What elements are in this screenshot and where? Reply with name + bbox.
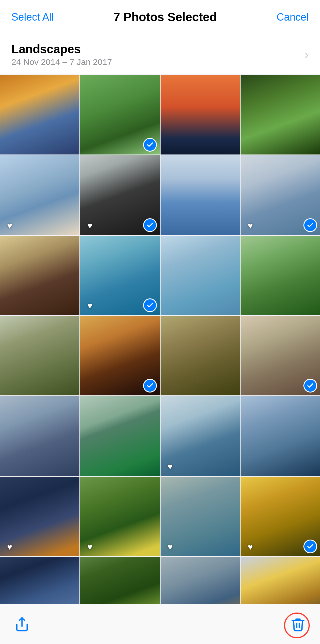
heart-icon: ♥ bbox=[165, 541, 176, 553]
heart-icon: ♥ bbox=[84, 300, 96, 312]
photo-cell-15[interactable] bbox=[161, 316, 240, 395]
trash-button[interactable] bbox=[290, 617, 306, 632]
photo-cell-19[interactable]: ♥ bbox=[161, 396, 240, 476]
album-info-bar: Landscapes 24 Nov 2014 – 7 Jan 2017 › bbox=[0, 34, 320, 74]
album-chevron-icon[interactable]: › bbox=[305, 48, 309, 61]
photo-cell-13[interactable] bbox=[0, 316, 79, 395]
selected-check-badge bbox=[303, 218, 317, 232]
photo-cell-4[interactable] bbox=[241, 75, 320, 154]
bottom-toolbar bbox=[0, 604, 320, 644]
heart-icon: ♥ bbox=[84, 220, 96, 231]
photo-grid: ♥♥♥♥♥♥♥♥♥ bbox=[0, 74, 320, 637]
photo-cell-21[interactable]: ♥ bbox=[0, 477, 79, 556]
photo-cell-9[interactable] bbox=[0, 236, 79, 315]
photo-cell-10[interactable]: ♥ bbox=[80, 236, 160, 315]
photo-cell-1[interactable] bbox=[0, 75, 79, 154]
photo-cell-14[interactable] bbox=[80, 316, 160, 395]
photo-selection-header: Select All 7 Photos Selected Cancel bbox=[0, 0, 320, 34]
cancel-button[interactable]: Cancel bbox=[277, 11, 309, 23]
photo-cell-5[interactable]: ♥ bbox=[0, 155, 79, 235]
photo-cell-6[interactable]: ♥ bbox=[80, 155, 160, 235]
photo-cell-8[interactable]: ♥ bbox=[241, 155, 320, 235]
selected-check-badge bbox=[143, 218, 157, 232]
heart-icon: ♥ bbox=[165, 461, 176, 472]
selected-check-badge bbox=[303, 540, 317, 553]
selected-check-badge bbox=[143, 298, 157, 312]
share-button[interactable] bbox=[14, 617, 30, 632]
photo-cell-7[interactable] bbox=[161, 155, 240, 235]
photo-cell-18[interactable] bbox=[80, 396, 160, 476]
selected-check-badge bbox=[143, 138, 157, 152]
heart-icon: ♥ bbox=[245, 541, 256, 553]
heart-icon: ♥ bbox=[4, 220, 15, 231]
selection-count-title: 7 Photos Selected bbox=[54, 10, 277, 24]
photo-cell-11[interactable] bbox=[161, 236, 240, 315]
selected-check-badge bbox=[143, 379, 157, 393]
photo-cell-24[interactable]: ♥ bbox=[241, 477, 320, 556]
photo-cell-3[interactable] bbox=[161, 75, 240, 154]
heart-icon: ♥ bbox=[84, 541, 96, 553]
heart-icon: ♥ bbox=[245, 220, 256, 231]
selected-check-badge bbox=[303, 379, 317, 393]
photo-cell-16[interactable] bbox=[241, 316, 320, 395]
photo-cell-20[interactable] bbox=[241, 396, 320, 476]
album-dates: 24 Nov 2014 – 7 Jan 2017 bbox=[11, 57, 112, 67]
photo-cell-22[interactable]: ♥ bbox=[80, 477, 160, 556]
select-all-button[interactable]: Select All bbox=[11, 11, 54, 23]
album-title: Landscapes bbox=[11, 42, 112, 56]
heart-icon: ♥ bbox=[4, 541, 15, 553]
photo-cell-2[interactable] bbox=[80, 75, 160, 154]
photo-cell-12[interactable] bbox=[241, 236, 320, 315]
photo-cell-17[interactable] bbox=[0, 396, 79, 476]
photo-cell-23[interactable]: ♥ bbox=[161, 477, 240, 556]
